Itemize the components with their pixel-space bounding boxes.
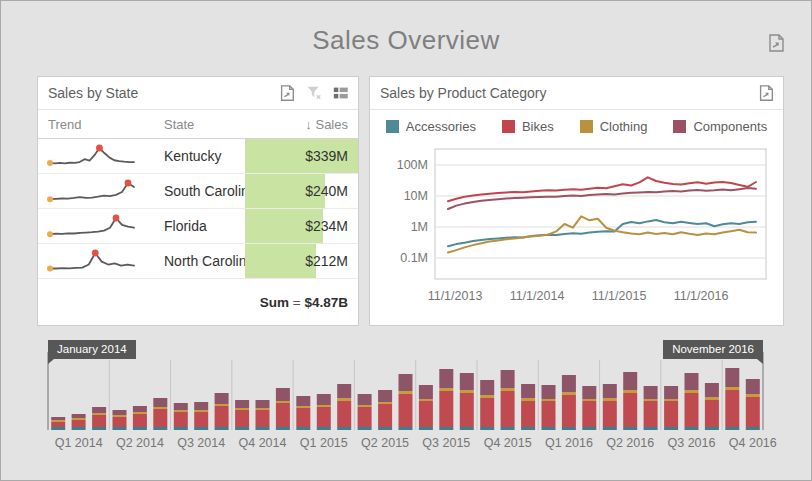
table-footer: Sum = $4.87B [38, 281, 358, 325]
quarter-label: Q1 2016 [545, 436, 593, 450]
stacked-bar-mar-2016[interactable] [582, 386, 596, 430]
stacked-bar-oct-2016[interactable] [725, 368, 739, 430]
x-axis-tick: 11/1/2016 [674, 289, 729, 303]
stacked-bar-feb-2014[interactable] [72, 414, 86, 430]
legend-label: Clothing [600, 119, 648, 134]
legend-item-bikes[interactable]: Bikes [502, 119, 554, 134]
stacked-bar-may-2015[interactable] [378, 390, 392, 430]
legend-label: Components [693, 119, 767, 134]
stacked-bar-aug-2016[interactable] [685, 373, 699, 430]
legend-swatch-icon [673, 120, 686, 133]
sales-value: $234M [305, 209, 348, 243]
stacked-bar-dec-2015[interactable] [521, 384, 535, 430]
trend-sparkline [44, 246, 140, 276]
stacked-bar-jul-2015[interactable] [419, 385, 433, 430]
series-line-bikes [448, 177, 756, 201]
sales-value: $212M [305, 244, 348, 278]
stacked-bar-nov-2014[interactable] [256, 400, 270, 430]
y-axis-tick: 100M [397, 158, 428, 172]
clear-filter-icon[interactable] [305, 84, 323, 102]
x-axis-tick: 11/1/2013 [428, 289, 483, 303]
stacked-bar-nov-2016[interactable] [746, 379, 760, 430]
stacked-bar-jul-2014[interactable] [174, 403, 188, 430]
export-icon[interactable] [278, 84, 296, 102]
series-line-components [448, 188, 756, 209]
stacked-bar-sep-2014[interactable] [215, 393, 229, 430]
stacked-bar-apr-2015[interactable] [358, 394, 372, 430]
stacked-bar-apr-2014[interactable] [113, 410, 127, 430]
dashboard-title-bar: Sales Overview [1, 1, 811, 67]
quarter-label: Q3 2014 [177, 436, 225, 450]
table-row[interactable]: Kentucky$339M [38, 139, 358, 174]
stacked-bar-may-2016[interactable] [623, 372, 637, 430]
table-row[interactable]: North Carolina$212M [38, 244, 358, 279]
table-header-row: Trend State ↓ Sales [38, 110, 358, 139]
state-name: North Carolina [156, 244, 245, 278]
legend-label: Bikes [522, 119, 554, 134]
export-icon[interactable] [757, 84, 775, 102]
legend-swatch-icon [580, 120, 593, 133]
stacked-bar-jan-2016[interactable] [542, 385, 556, 430]
stacked-bar-nov-2015[interactable] [501, 370, 515, 430]
quarter-label: Q4 2015 [484, 436, 532, 450]
stacked-bar-sep-2015[interactable] [460, 373, 474, 430]
trend-sparkline [44, 211, 140, 241]
sum-total: Sum = $4.87B [260, 295, 348, 310]
range-selector[interactable]: January 2014 November 2016 Q1 2014Q2 201… [35, 338, 785, 468]
state-name: Florida [156, 209, 245, 243]
page-title: Sales Overview [1, 25, 811, 56]
panel-title: Sales by State [48, 85, 138, 101]
legend-swatch-icon [386, 120, 399, 133]
export-icon[interactable] [766, 33, 786, 53]
state-name: South Carolina [156, 174, 245, 208]
quarter-label: Q1 2014 [55, 436, 103, 450]
column-header-state[interactable]: State [156, 117, 245, 132]
stacked-bar-apr-2016[interactable] [603, 384, 617, 430]
stacked-bar-jun-2014[interactable] [153, 398, 167, 430]
stacked-bar-oct-2014[interactable] [235, 400, 249, 430]
sales-by-state-panel: Sales by State [37, 76, 359, 326]
stacked-bar-jan-2014[interactable] [51, 417, 65, 430]
quarter-label: Q4 2014 [239, 436, 287, 450]
stacked-bar-mar-2014[interactable] [92, 407, 106, 430]
chart-legend: AccessoriesBikesClothingComponents [370, 119, 783, 134]
legend-swatch-icon [502, 120, 515, 133]
stacked-bar-may-2014[interactable] [133, 406, 147, 430]
y-axis-tick: 0.1M [400, 251, 428, 265]
dashboard: Sales Overview Sales by State [0, 0, 812, 481]
stacked-bar-dec-2014[interactable] [276, 388, 290, 430]
stacked-bar-jun-2015[interactable] [399, 374, 413, 430]
sales-value: $240M [305, 174, 348, 208]
sales-by-state-header: Sales by State [38, 77, 358, 110]
range-end-flag[interactable]: November 2016 [663, 340, 763, 359]
quarter-label: Q2 2016 [606, 436, 654, 450]
panel-title: Sales by Product Category [380, 85, 547, 101]
sales-by-product-category-panel: Sales by Product Category AccessoriesBik… [369, 76, 784, 326]
table-row[interactable]: Florida$234M [38, 209, 358, 244]
quarter-label: Q4 2016 [729, 436, 777, 450]
stacked-bar-aug-2014[interactable] [194, 402, 208, 430]
grid-view-icon[interactable] [332, 84, 350, 102]
stacked-bar-mar-2015[interactable] [337, 384, 351, 430]
column-header-trend[interactable]: Trend [38, 117, 156, 132]
stacked-bar-sep-2016[interactable] [705, 383, 719, 430]
stacked-bar-jan-2015[interactable] [296, 396, 310, 430]
product-category-line-chart[interactable]: 100M10M1M0.1M11/1/201311/1/201411/1/2015… [378, 141, 776, 319]
table-row[interactable]: South Carolina$240M [38, 174, 358, 209]
quarter-label: Q1 2015 [300, 436, 348, 450]
stacked-bar-aug-2015[interactable] [439, 369, 453, 430]
stacked-bar-feb-2015[interactable] [317, 394, 331, 430]
x-axis-tick: 11/1/2015 [592, 289, 647, 303]
legend-item-clothing[interactable]: Clothing [580, 119, 648, 134]
column-header-sales[interactable]: ↓ Sales [245, 117, 358, 132]
sort-descending-icon: ↓ [305, 117, 312, 132]
stacked-bar-oct-2015[interactable] [480, 380, 494, 430]
stacked-bar-feb-2016[interactable] [562, 375, 576, 430]
legend-item-components[interactable]: Components [673, 119, 767, 134]
trend-sparkline [44, 141, 140, 171]
legend-item-accessories[interactable]: Accessories [386, 119, 476, 134]
y-axis-tick: 1M [411, 220, 428, 234]
stacked-bar-jun-2016[interactable] [644, 386, 658, 430]
stacked-bar-jul-2016[interactable] [664, 386, 678, 430]
range-start-flag[interactable]: January 2014 [48, 340, 136, 359]
